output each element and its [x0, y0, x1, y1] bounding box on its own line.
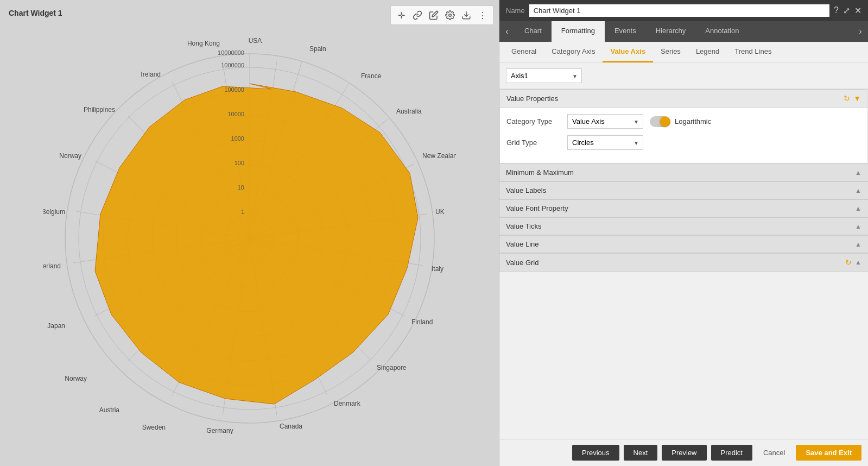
tab-next-btn[interactable]: ›	[853, 21, 868, 42]
value-labels-title: Value Labels	[506, 186, 546, 194]
svg-text:10000: 10000	[227, 111, 244, 117]
chart-move-btn[interactable]: ✛	[394, 8, 408, 22]
widget-name-input[interactable]	[529, 4, 829, 17]
grid-type-label: Grid Type	[506, 138, 561, 147]
panel-header-icons: ? ⤢ ✕	[834, 5, 861, 16]
category-type-select[interactable]: Value Axis Category Axis	[567, 114, 643, 129]
svg-text:Belgium: Belgium	[43, 208, 65, 216]
axis-select-wrapper: Axis1 Axis2	[506, 68, 582, 83]
value-properties-section: Value Properties ↻ ▼ Category Type Value…	[499, 89, 868, 163]
value-grid-title: Value Grid	[506, 259, 538, 267]
value-ticks-icons: ▲	[855, 223, 861, 230]
value-font-chevron: ▲	[855, 205, 861, 212]
logarithmic-label: Logarithmic	[675, 117, 711, 125]
subtab-trend-lines[interactable]: Trend Lines	[727, 42, 779, 62]
value-grid-section[interactable]: Value Grid ↻ ▲	[499, 253, 868, 272]
category-type-select-wrapper: Value Axis Category Axis	[567, 114, 643, 129]
refresh-icon[interactable]: ↻	[844, 94, 850, 103]
logarithmic-toggle[interactable]	[650, 116, 670, 127]
chart-link-btn[interactable]	[410, 8, 425, 22]
value-ticks-chevron: ▲	[855, 223, 861, 230]
value-ticks-section[interactable]: Value Ticks ▲	[499, 217, 868, 235]
chart-download-btn[interactable]	[459, 8, 473, 22]
tab-formatting[interactable]: Formatting	[552, 21, 605, 42]
next-button[interactable]: Next	[624, 445, 658, 461]
subtab-category-axis[interactable]: Category Axis	[544, 42, 603, 62]
svg-text:Finland: Finland	[411, 318, 433, 326]
svg-text:Japan: Japan	[47, 322, 65, 330]
right-panel: Name ? ⤢ ✕ ‹ Chart Formatting Events Hie…	[499, 0, 868, 466]
grid-type-row: Grid Type Circles Lines	[506, 135, 861, 150]
min-max-icons: ▲	[855, 169, 861, 177]
svg-text:Sweden: Sweden	[142, 424, 165, 431]
close-icon[interactable]: ✕	[854, 5, 861, 16]
value-properties-header[interactable]: Value Properties ↻ ▼	[500, 89, 867, 108]
category-type-row: Category Type Value Axis Category Axis	[506, 114, 861, 129]
svg-text:UK: UK	[435, 208, 445, 216]
value-properties-title: Value Properties	[506, 95, 558, 103]
predict-button[interactable]: Predict	[711, 445, 752, 461]
value-labels-section[interactable]: Value Labels ▲	[499, 181, 868, 199]
svg-text:Singapore: Singapore	[377, 364, 407, 371]
svg-text:USA: USA	[248, 37, 262, 45]
value-grid-icons: ↻ ▲	[845, 258, 861, 267]
value-labels-icons: ▲	[855, 187, 861, 194]
svg-text:Italy: Italy	[432, 265, 443, 273]
minimum-maximum-title: Minimum & Maximum	[506, 168, 574, 177]
value-grid-chevron: ▲	[855, 259, 861, 266]
svg-text:100: 100	[234, 160, 244, 166]
chart-edit-btn[interactable]	[427, 8, 441, 22]
grid-type-select[interactable]: Circles Lines	[567, 135, 643, 150]
preview-button[interactable]: Preview	[662, 445, 706, 461]
tab-prev-btn[interactable]: ‹	[499, 21, 515, 42]
subtab-value-axis[interactable]: Value Axis	[603, 42, 653, 62]
svg-text:10000000: 10000000	[218, 49, 244, 56]
svg-text:1000: 1000	[231, 135, 244, 142]
radar-chart-svg: 1 10 100 1000 10000 100000 1000000 10000…	[43, 32, 456, 434]
save-exit-button[interactable]: Save and Exit	[796, 445, 861, 461]
value-labels-chevron: ▲	[855, 187, 861, 194]
toggle-slider	[650, 116, 670, 127]
svg-text:Australia: Australia	[396, 108, 422, 115]
svg-text:Austria: Austria	[99, 406, 119, 414]
value-line-icons: ▲	[855, 241, 861, 248]
tab-annotation[interactable]: Annotation	[695, 21, 749, 42]
panel-header: Name ? ⤢ ✕	[499, 0, 868, 21]
value-grid-refresh-icon[interactable]: ↻	[845, 258, 852, 267]
value-line-chevron: ▲	[855, 241, 861, 248]
subtabs-row: General Category Axis Value Axis Series …	[499, 42, 868, 63]
logarithmic-toggle-wrapper: Logarithmic	[650, 116, 711, 127]
previous-button[interactable]: Previous	[572, 445, 619, 461]
value-properties-content: Category Type Value Axis Category Axis	[500, 108, 867, 163]
move-icon[interactable]: ⤢	[843, 5, 850, 16]
tab-chart[interactable]: Chart	[515, 21, 552, 42]
expand-icon[interactable]: ▼	[853, 94, 861, 103]
toggle-knob	[660, 117, 670, 127]
chart-title: Chart Widget 1	[9, 9, 62, 17]
chart-canvas: 1 10 100 1000 10000 100000 1000000 10000…	[0, 0, 499, 466]
svg-text:Philippines: Philippines	[83, 106, 115, 114]
svg-text:New Zealand: New Zealand	[422, 152, 456, 160]
subtab-series[interactable]: Series	[653, 42, 688, 62]
svg-text:France: France	[361, 72, 382, 80]
value-ticks-title: Value Ticks	[506, 222, 542, 230]
value-font-section[interactable]: Value Font Property ▲	[499, 199, 868, 217]
chart-settings-btn[interactable]	[443, 8, 457, 22]
axis-selector-row: Axis1 Axis2	[499, 63, 868, 89]
subtab-general[interactable]: General	[504, 42, 544, 62]
value-line-section[interactable]: Value Line ▲	[499, 235, 868, 253]
panel-footer: Previous Next Preview Predict Cancel Sav…	[499, 439, 868, 466]
svg-text:Ireland: Ireland	[141, 71, 161, 78]
axis-select[interactable]: Axis1 Axis2	[506, 68, 582, 83]
svg-text:Norway: Norway	[65, 375, 87, 382]
svg-text:1000000: 1000000	[221, 62, 244, 68]
tab-events[interactable]: Events	[605, 21, 646, 42]
svg-text:Norway: Norway	[59, 152, 81, 160]
svg-text:Canada: Canada	[280, 423, 302, 430]
tab-hierarchy[interactable]: Hierarchy	[646, 21, 696, 42]
minimum-maximum-section[interactable]: Minimum & Maximum ▲	[499, 163, 868, 181]
chart-more-btn[interactable]: ⋮	[476, 8, 490, 22]
help-icon[interactable]: ?	[834, 5, 839, 16]
subtab-legend[interactable]: Legend	[688, 42, 727, 62]
cancel-button[interactable]: Cancel	[757, 445, 791, 461]
